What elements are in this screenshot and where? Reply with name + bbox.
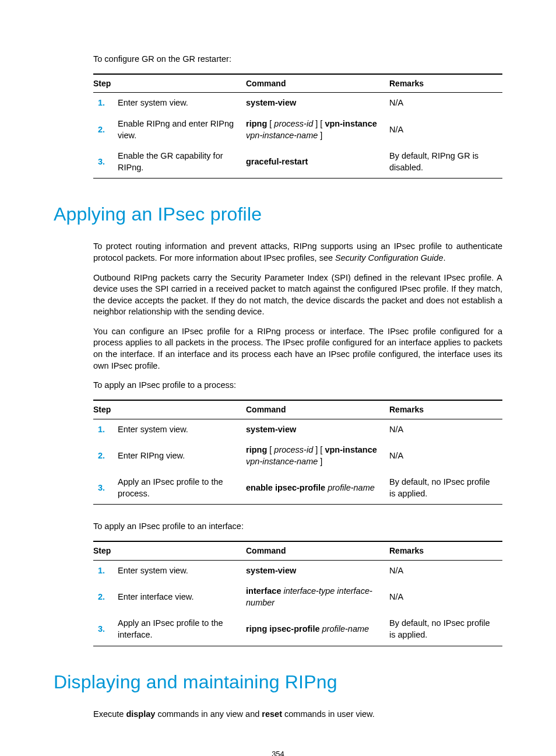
remarks-text: N/A [389,581,502,613]
heading-displaying-ripng: Displaying and maintaining RIPng [54,670,502,695]
th-step: Step [93,74,246,93]
lead-apply-interface: To apply an IPsec profile to an interfac… [93,521,502,533]
step-text: Enter RIPng view. [118,440,246,472]
paragraph: Execute display commands in any view and… [93,709,502,720]
step-text: Enable the GR capability for RIPng. [118,146,246,178]
th-remarks: Remarks [389,541,502,560]
step-number: 1. [93,93,118,114]
step-number: 3. [93,146,118,178]
remarks-text: N/A [389,560,502,581]
page-number: 354 [54,749,502,756]
paragraph: Outbound RIPng packets carry the Securit… [93,272,502,318]
command-text: ripng ipsec-profile profile-name [246,613,389,646]
th-command: Command [246,541,389,560]
command-text: interface interface-type interface-numbe… [246,581,389,613]
heading-applying-ipsec: Applying an IPsec profile [54,202,502,227]
command-text: enable ipsec-profile profile-name [246,472,389,505]
step-text: Enable RIPng and enter RIPng view. [118,114,246,146]
table-row: 2. Enable RIPng and enter RIPng view. ri… [93,114,502,146]
table-row: 2. Enter RIPng view. ripng [ process-id … [93,440,502,472]
table-ipsec-process: Step Command Remarks 1. Enter system vie… [93,400,502,505]
table-row: 1. Enter system view. system-view N/A [93,560,502,581]
step-number: 3. [93,613,118,646]
table-row: 3. Enable the GR capability for RIPng. g… [93,146,502,178]
table-ipsec-interface: Step Command Remarks 1. Enter system vie… [93,541,502,646]
remarks-text: N/A [389,419,502,440]
table-gr-restarter: Step Command Remarks 1. Enter system vie… [93,74,502,179]
remarks-text: By default, no IPsec profile is applied. [389,472,502,505]
step-number: 2. [93,440,118,472]
th-remarks: Remarks [389,400,502,419]
remarks-text: N/A [389,440,502,472]
remarks-text: N/A [389,93,502,114]
th-command: Command [246,400,389,419]
step-text: Apply an IPsec profile to the interface. [118,613,246,646]
table-row: 1. Enter system view. system-view N/A [93,93,502,114]
command-text: ripng [ process-id ] [ vpn-instance vpn-… [246,114,389,146]
table-row: 1. Enter system view. system-view N/A [93,419,502,440]
paragraph: To protect routing information and preve… [93,241,502,264]
step-text: Enter system view. [118,93,246,114]
step-number: 3. [93,472,118,505]
step-number: 2. [93,581,118,613]
command-text: system-view [246,93,389,114]
table-row: 2. Enter interface view. interface inter… [93,581,502,613]
th-step: Step [93,541,246,560]
step-number: 1. [93,560,118,581]
command-text: system-view [246,560,389,581]
th-remarks: Remarks [389,74,502,93]
remarks-text: By default, no IPsec profile is applied. [389,613,502,646]
step-text: Enter interface view. [118,581,246,613]
step-text: Enter system view. [118,419,246,440]
step-text: Apply an IPsec profile to the process. [118,472,246,505]
paragraph: You can configure an IPsec profile for a… [93,326,502,372]
th-command: Command [246,74,389,93]
lead-apply-process: To apply an IPsec profile to a process: [93,380,502,391]
command-text: graceful-restart [246,146,389,178]
intro-gr-restarter: To configure GR on the GR restarter: [93,54,502,65]
th-step: Step [93,400,246,419]
step-text: Enter system view. [118,560,246,581]
table-row: 3. Apply an IPsec profile to the process… [93,472,502,505]
remarks-text: By default, RIPng GR is disabled. [389,146,502,178]
command-text: system-view [246,419,389,440]
remarks-text: N/A [389,114,502,146]
table-row: 3. Apply an IPsec profile to the interfa… [93,613,502,646]
step-number: 1. [93,419,118,440]
command-text: ripng [ process-id ] [ vpn-instance vpn-… [246,440,389,472]
step-number: 2. [93,114,118,146]
